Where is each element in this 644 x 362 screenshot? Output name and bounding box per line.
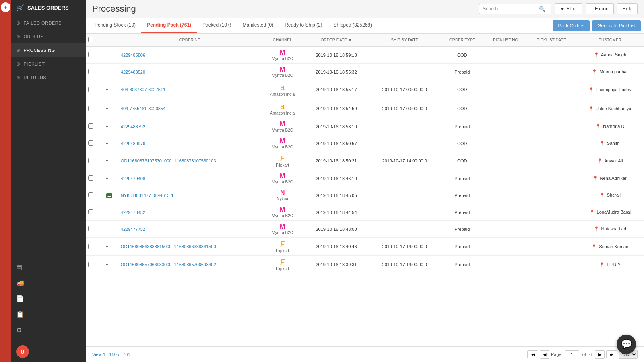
expand-cell[interactable]: + (96, 135, 118, 152)
picklist-no (484, 221, 527, 238)
expand-button[interactable]: + (105, 106, 108, 111)
order-number[interactable]: OD116808731075301000_11680873107530103 (118, 152, 262, 170)
expand-button[interactable]: + (105, 226, 108, 232)
expand-cell[interactable]: + (96, 170, 118, 187)
order-number[interactable]: 4229483820 (118, 64, 262, 80)
sidebar-item-extra5[interactable]: ⚙ (11, 322, 86, 338)
app-logo[interactable]: e (1, 2, 10, 12)
chat-button[interactable]: 💬 (617, 335, 636, 354)
tab-pending-stock[interactable]: Pending Stock (10) (89, 18, 141, 33)
note-icon: 📋 (16, 311, 25, 318)
order-type: Prepaid (440, 238, 484, 256)
order-number[interactable]: OD116808657066933000_11680865706693302 (118, 256, 262, 274)
order-date-header[interactable]: ORDER DATE ▼ (303, 34, 369, 47)
generate-picklist-button[interactable]: Generate PickList (592, 20, 641, 31)
pack-orders-button[interactable]: Pack Orders (553, 20, 590, 31)
expand-button[interactable]: + (105, 262, 108, 267)
sidebar-item-extra1[interactable]: ▤ (11, 259, 86, 275)
first-page-button[interactable]: ⏮ (527, 350, 538, 358)
tab-shipped[interactable]: Shipped (325268) (328, 18, 378, 33)
search-input[interactable] (483, 6, 539, 12)
expand-cell[interactable]: + (96, 152, 118, 170)
picklist-no (484, 170, 527, 187)
help-button[interactable]: Help (617, 3, 638, 14)
order-number[interactable]: NYK-34031477-0894613-1 (118, 187, 262, 204)
row-checkbox[interactable] (88, 262, 93, 267)
expand-cell[interactable]: + (96, 64, 118, 80)
row-checkbox[interactable] (88, 226, 93, 231)
expand-button[interactable]: + (105, 69, 108, 75)
row-checkbox[interactable] (88, 140, 93, 146)
sidebar-item-extra2[interactable]: 🚚 (11, 275, 86, 291)
expand-button[interactable]: + (105, 244, 108, 249)
row-checkbox[interactable] (88, 87, 93, 92)
expand-button[interactable]: + (101, 193, 104, 198)
expand-cell[interactable]: + (96, 204, 118, 221)
expand-cell[interactable]: + (96, 221, 118, 238)
filter-button[interactable]: ▼ Filter (555, 3, 582, 14)
row-checkbox[interactable] (88, 209, 93, 214)
expand-button[interactable]: + (105, 87, 108, 93)
order-number[interactable]: 4229480976 (118, 135, 262, 152)
expand-cell[interactable]: + (96, 80, 118, 99)
order-number[interactable]: OD116808663883615000_11680866388361500 (118, 238, 262, 256)
prev-page-button[interactable]: ◀ (540, 350, 549, 359)
row-checkbox[interactable] (88, 123, 93, 129)
order-number[interactable]: 4229478452 (118, 204, 262, 221)
row-checkbox[interactable] (88, 106, 93, 111)
sidebar-item-failed-orders[interactable]: ⊕ FAILED ORDERS (11, 16, 86, 30)
order-number[interactable]: 4229485806 (118, 47, 262, 64)
last-page-button[interactable]: ⏭ (606, 350, 617, 358)
expand-cell[interactable]: + (96, 256, 118, 274)
sidebar-item-processing[interactable]: ⊕ PROCESSING (11, 43, 86, 57)
search-icon: 🔍 (539, 6, 545, 12)
expand-button[interactable]: + (105, 210, 108, 215)
order-number[interactable]: 406-8037307-6027511 (118, 80, 262, 99)
expand-cell[interactable]: + (96, 99, 118, 118)
expand-button[interactable]: + (105, 52, 108, 58)
sidebar-nav: ⊕ FAILED ORDERS ⊕ ORDERS ⊕ PROCESSING ⊕ … (11, 16, 86, 256)
expand-cell[interactable]: + (96, 238, 118, 256)
order-number[interactable]: 404-7755461-3020354 (118, 99, 262, 118)
sidebar-item-picklist[interactable]: ⊕ PICKLIST (11, 57, 86, 71)
location-pin-icon: 📍 (597, 158, 603, 163)
ship-by-date (369, 47, 440, 64)
order-number[interactable]: 4229479408 (118, 170, 262, 187)
select-all-checkbox[interactable] (88, 37, 93, 42)
expand-cell[interactable]: + (96, 118, 118, 135)
row-checkbox-cell (86, 238, 96, 256)
label-badge: ▬ (106, 193, 112, 198)
export-button[interactable]: ↑ Export (586, 3, 614, 14)
sidebar-item-extra3[interactable]: 📄 (11, 291, 86, 306)
next-page-button[interactable]: ▶ (595, 350, 605, 359)
expand-button[interactable]: + (105, 158, 108, 164)
order-no-header[interactable]: ORDER NO (118, 34, 262, 47)
row-checkbox[interactable] (88, 175, 93, 181)
sidebar-item-returns[interactable]: ⊕ RETURNS (11, 71, 86, 84)
order-number[interactable]: 4229477752 (118, 221, 262, 238)
row-checkbox[interactable] (88, 52, 93, 57)
expand-cell[interactable]: + ▬ (96, 187, 118, 204)
tab-packed[interactable]: Packed (107) (197, 18, 237, 33)
ship-by-date-header: SHIP BY DATE (369, 34, 440, 47)
page-input[interactable] (565, 350, 579, 358)
select-all-header[interactable] (86, 34, 96, 47)
row-checkbox[interactable] (88, 244, 93, 249)
expand-button[interactable]: + (105, 176, 108, 181)
tab-ready-to-ship[interactable]: Ready to Ship (2) (279, 18, 328, 33)
table-row: + 4229483792 MMyntra B2C 2019-10-16 18:5… (86, 118, 644, 135)
sidebar-item-orders[interactable]: ⊕ ORDERS (11, 30, 86, 43)
order-number[interactable]: 4229483792 (118, 118, 262, 135)
row-checkbox[interactable] (88, 158, 93, 163)
tab-pending-pack[interactable]: Pending Pack (761) (141, 18, 197, 33)
tab-manifested[interactable]: Manifested (0) (237, 18, 279, 33)
expand-cell[interactable]: + (96, 47, 118, 64)
row-checkbox[interactable] (88, 192, 93, 197)
expand-button[interactable]: + (105, 124, 108, 130)
location-pin-icon: 📍 (599, 141, 605, 146)
sidebar-item-extra4[interactable]: 📋 (11, 306, 86, 322)
page-title: Processing (92, 4, 476, 14)
row-checkbox[interactable] (88, 69, 93, 74)
order-type: COD (440, 80, 484, 99)
expand-button[interactable]: + (105, 141, 108, 146)
